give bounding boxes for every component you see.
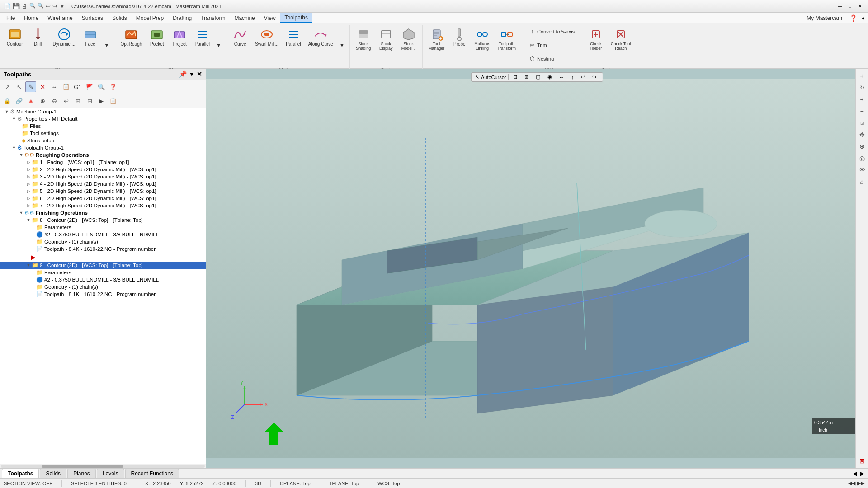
roughing-item3-toggle[interactable]: ▷ — [25, 174, 32, 180]
ribbon-btn-parallel2[interactable]: Parallel — [283, 25, 304, 48]
print-icon[interactable]: 🖨 — [22, 3, 28, 9]
tab-solids[interactable]: Solids — [40, 469, 66, 478]
panel-btn-delete[interactable]: ✕ — [37, 81, 48, 92]
ribbon-btn-nesting[interactable]: ⬡ Nesting — [525, 52, 579, 65]
zoom2-icon[interactable]: 🔍 — [38, 3, 44, 9]
ribbon-btn-contour[interactable]: Contour — [4, 25, 26, 48]
nav-btn-zoom-in[interactable]: + — [857, 94, 868, 105]
tree-files[interactable]: 📁 Files — [0, 122, 206, 130]
tree-roughing-item-7[interactable]: ▷ 📁 7 - 2D High Speed (2D Dynamic Mill) … — [0, 202, 206, 209]
zoom-icon[interactable]: 🔍 — [29, 3, 36, 9]
ribbon-btn-curve[interactable]: Curve — [229, 25, 251, 48]
tool-settings-toggle[interactable] — [18, 130, 22, 136]
panel-btn-undo[interactable]: ↩ — [61, 95, 71, 106]
menu-modelprep[interactable]: Model Prep — [132, 13, 168, 23]
panel-btn-copy2[interactable]: 📋 — [108, 95, 118, 106]
nav-btn-home[interactable]: ⌂ — [857, 176, 868, 187]
tree-stock-setup[interactable]: ◆ Stock setup — [0, 137, 206, 144]
tree-machine-group[interactable]: ▼ ⚙ Machine Group-1 — [0, 108, 206, 115]
tree-finishing-item-9-tool[interactable]: 🔵 #2 - 0.3750 BULL ENDMILL - 3/8 BULL EN… — [0, 276, 206, 283]
tree-finishing-item-8-params[interactable]: 📁 Parameters — [0, 224, 206, 231]
tree-finishing-group[interactable]: ▼ ⚙⚙ Finishing Operations — [0, 209, 206, 216]
menu-transform[interactable]: Transform — [196, 13, 230, 23]
tree-finishing-item-9-tp[interactable]: 📄 Toolpath - 8.1K - 1610-22.NC - Program… — [0, 291, 206, 298]
vt-btn-3[interactable]: ▢ — [533, 74, 543, 80]
scrollbar-track[interactable] — [1, 465, 205, 468]
stock-setup-toggle[interactable] — [18, 137, 22, 144]
tree-finishing-item-9[interactable]: ▼ 📁 9 - Contour (2D) - [WCS: Top] - [Tpl… — [0, 262, 206, 269]
ribbon-btn-stockshading[interactable]: StockShading — [353, 25, 374, 52]
expand-icon[interactable]: ◂ — [860, 15, 866, 21]
menu-mymastercam[interactable]: My Mastercam — [802, 13, 847, 23]
ribbon-btn-checktoolreach[interactable]: Check ToolReach — [608, 25, 634, 52]
panel-btn-move[interactable]: ↔ — [49, 81, 60, 92]
tab-arrow-right[interactable]: ▶ — [859, 470, 866, 477]
ribbon-btn-convert5axis[interactable]: ↕ Convert to 5-axis — [525, 25, 579, 38]
undo-icon[interactable]: ↩ — [46, 3, 51, 9]
vt-btn-6[interactable]: ↕ — [569, 74, 577, 80]
tab-arrow-left[interactable]: ◀ — [851, 470, 859, 477]
ribbon-btn-face[interactable]: Face — [80, 25, 101, 48]
ribbon-btn-stockmodel[interactable]: StockModel... — [398, 25, 420, 52]
tree-tool-settings[interactable]: 📁 Tool settings — [0, 130, 206, 137]
panel-btn-flag[interactable]: 🚩 — [84, 81, 95, 92]
machine-group-toggle[interactable]: ▼ — [4, 108, 10, 115]
panel-btn-expand[interactable]: ⊞ — [72, 95, 83, 106]
tree-roughing-item-1[interactable]: ▷ 📁 1 - Facing - [WCS: op1] - [Tplane: o… — [0, 159, 206, 166]
vt-btn-7[interactable]: ↩ — [578, 74, 588, 80]
status-prev-icon[interactable]: ◀◀ — [848, 480, 855, 486]
panel-scrollbar[interactable] — [0, 464, 206, 468]
panel-btn-search[interactable]: 🔍 — [96, 81, 107, 92]
roughing-item7-toggle[interactable]: ▷ — [25, 202, 32, 209]
roughing-item2-toggle[interactable]: ▷ — [25, 166, 32, 173]
menu-surfaces[interactable]: Surfaces — [77, 13, 108, 23]
vt-btn-4[interactable]: ◉ — [545, 74, 555, 80]
tree-roughing-item-3[interactable]: ▷ 📁 3 - 2D High Speed (2D Dynamic Mill) … — [0, 173, 206, 180]
files-toggle[interactable] — [18, 123, 22, 129]
tree-finishing-item-8-tp[interactable]: 📄 Toolpath - 8.4K - 1610-22.NC - Program… — [0, 245, 206, 253]
viewport[interactable]: ↖ AutoCursor ⊞ ⊠ ▢ ◉ ↔ ↕ ↩ ↪ — [206, 69, 868, 468]
menu-solids[interactable]: Solids — [108, 13, 132, 23]
ribbon-btn-pocket[interactable]: Pocket — [146, 25, 168, 48]
ribbon-btn-3d-more[interactable]: ▼ — [214, 41, 223, 49]
panel-btn-play[interactable]: ▶ — [96, 95, 107, 106]
panel-btn-select[interactable]: ↗ — [2, 81, 13, 92]
tree-finishing-item-9-params[interactable]: 📁 Parameters — [0, 269, 206, 276]
ribbon-btn-alongcurve[interactable]: Along Curve — [305, 25, 336, 48]
tab-levels[interactable]: Levels — [97, 469, 124, 478]
panel-btn-add[interactable]: ⊕ — [37, 95, 48, 106]
ribbon-btn-checkholder[interactable]: CheckHolder — [585, 25, 607, 52]
ribbon-btn-drill[interactable]: Drill — [27, 25, 49, 48]
tab-toolpaths[interactable]: Toolpaths — [2, 469, 39, 478]
tree-finishing-item-8-tool[interactable]: 🔵 #2 - 0.3750 BULL ENDMILL - 3/8 BULL EN… — [0, 231, 206, 238]
panel-btn-edit[interactable]: ✎ — [25, 81, 36, 92]
menu-drafting[interactable]: Drafting — [168, 13, 196, 23]
nav-btn-zoom-out[interactable]: − — [857, 106, 868, 117]
ribbon-btn-trim[interactable]: ✂ Trim — [525, 39, 579, 52]
ribbon-btn-probe[interactable]: Probe — [448, 25, 470, 48]
menu-home[interactable]: Home — [19, 13, 43, 23]
panel-btn-link[interactable]: 🔗 — [14, 95, 24, 106]
menu-view[interactable]: View — [259, 13, 280, 23]
roughing-item6-toggle[interactable]: ▷ — [25, 195, 32, 202]
roughing-item1-toggle[interactable]: ▷ — [25, 159, 32, 165]
ribbon-btn-toolpathtransform[interactable]: ToolpathTransform — [494, 25, 519, 52]
vt-btn-5[interactable]: ↔ — [557, 74, 567, 80]
panel-btn-lock[interactable]: 🔒 — [2, 95, 13, 106]
redo-icon[interactable]: ↪ — [52, 3, 57, 9]
nav-btn-pan[interactable]: ✥ — [857, 129, 868, 140]
nav-btn-plus[interactable]: + — [857, 70, 868, 81]
maximize-button[interactable]: □ — [845, 2, 854, 11]
properties-toggle[interactable]: ▼ — [11, 116, 17, 122]
close-button[interactable]: ✕ — [855, 2, 864, 11]
ribbon-btn-toolmanager[interactable]: ToolManager — [425, 25, 448, 52]
ribbon-btn-optirough[interactable]: OptiRough — [117, 25, 145, 48]
ribbon-btn-swarfmill[interactable]: Swarf Mill... — [252, 25, 282, 48]
finishing-item9-toggle[interactable]: ▼ — [25, 262, 32, 268]
help-icon[interactable]: ❓ — [847, 14, 860, 22]
ribbon-btn-multiaxis-more[interactable]: ▼ — [337, 41, 347, 49]
vt-btn-2[interactable]: ⊠ — [522, 74, 531, 80]
menu-machine[interactable]: Machine — [230, 13, 259, 23]
roughing-item5-toggle[interactable]: ▷ — [25, 188, 32, 194]
ribbon-btn-project[interactable]: Project — [169, 25, 190, 48]
